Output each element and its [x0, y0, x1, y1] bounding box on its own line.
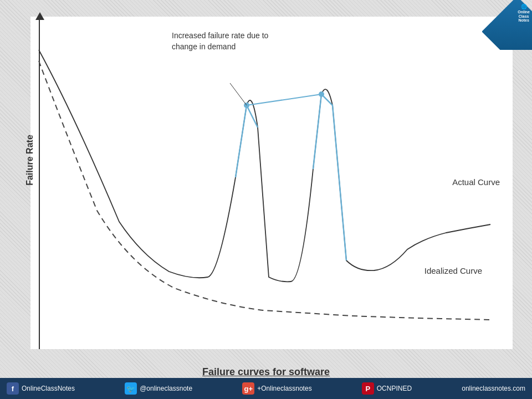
twitter-label: @onlineclassnote	[140, 385, 192, 392]
pinterest-icon: P	[362, 382, 374, 395]
corner-badge: 🌐 Online Class Notes	[482, 0, 532, 50]
svg-line-0	[247, 94, 321, 105]
annotation-increased-failure: Increased failure rate due to change in …	[172, 30, 268, 52]
googleplus-icon: g+	[242, 382, 254, 395]
footer-bar: f OnlineClassNotes 🐦 @onlineclassnote g+…	[0, 378, 532, 399]
footer-googleplus[interactable]: g+ +Onlineclassnotes	[242, 382, 311, 395]
idealized-curve-label: Idealized Curve	[424, 266, 482, 275]
footer-twitter[interactable]: 🐦 @onlineclassnote	[125, 382, 192, 395]
svg-point-2	[319, 91, 324, 97]
website-label: onlineclassnotes.com	[462, 385, 525, 392]
facebook-label: OnlineClassNotes	[22, 385, 75, 392]
actual-curve-label: Actual Curve	[452, 177, 500, 187]
badge-text: 🌐 Online Class Notes	[518, 4, 530, 23]
pinterest-label: OCNPINED	[377, 385, 412, 392]
footer-facebook[interactable]: f OnlineClassNotes	[7, 382, 75, 395]
facebook-icon: f	[7, 382, 19, 395]
curves-svg	[30, 17, 513, 349]
footer-website: onlineclassnotes.com	[462, 385, 525, 392]
svg-line-3	[230, 83, 247, 105]
googleplus-label: +Onlineclassnotes	[257, 385, 311, 392]
chart-title: Failure curves for software	[0, 366, 532, 378]
footer-pinterest[interactable]: P OCNPINED	[362, 382, 412, 395]
twitter-icon: 🐦	[125, 382, 137, 395]
